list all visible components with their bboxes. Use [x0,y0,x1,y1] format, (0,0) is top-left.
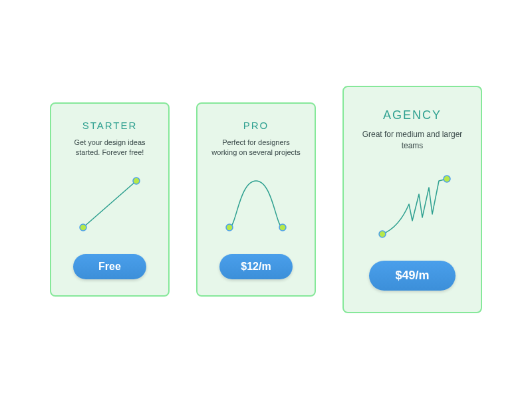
tier-title: STARTER [82,120,138,131]
svg-point-1 [80,224,86,231]
svg-line-0 [83,181,136,227]
tier-description: Great for medium and larger teams [359,129,466,152]
curve-graphic-icon [216,171,296,237]
price-button-agency[interactable]: $49/m [369,261,456,291]
svg-point-2 [133,178,140,184]
price-button-starter[interactable]: Free [73,254,146,279]
line-graphic-icon [70,171,150,237]
svg-point-5 [379,231,386,237]
tier-title: AGENCY [383,108,442,122]
tier-description: Get your design ideas started. Forever f… [63,138,156,158]
pricing-card-starter: STARTER Get your design ideas started. F… [50,102,170,297]
tier-title: PRO [243,120,269,131]
svg-point-3 [226,224,233,231]
tier-description: Perfect for designers working on several… [209,138,303,158]
price-button-pro[interactable]: $12/m [219,254,293,279]
svg-point-4 [279,224,286,231]
spring-graphic-icon [366,164,459,244]
pricing-card-pro: PRO Perfect for designers working on sev… [196,102,316,297]
svg-point-6 [444,176,450,182]
pricing-card-agency: AGENCY Great for medium and larger teams… [342,86,482,314]
